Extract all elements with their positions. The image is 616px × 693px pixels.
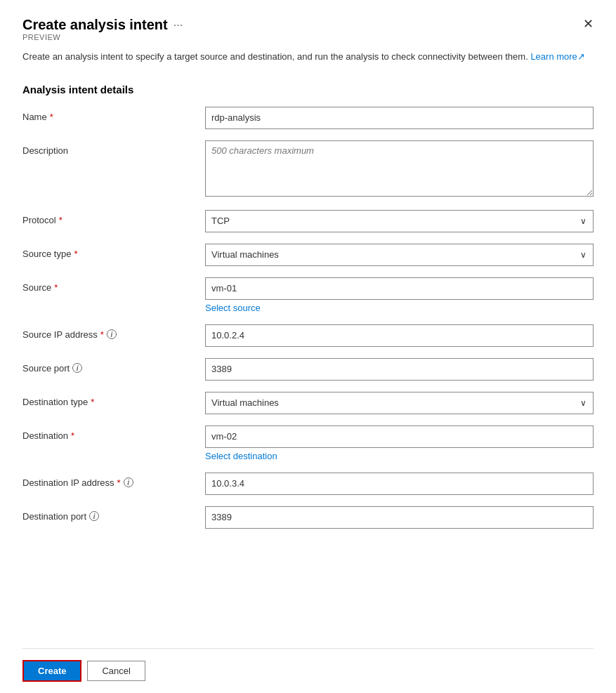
destination-ip-row: Destination IP address * i: [22, 473, 594, 495]
cancel-button[interactable]: Cancel: [87, 661, 145, 681]
source-row: Source * Select source: [22, 277, 594, 313]
close-button[interactable]: ✕: [583, 16, 594, 32]
destination-port-info-icon[interactable]: i: [89, 511, 99, 521]
section-title: Analysis intent details: [22, 84, 594, 95]
destination-ip-label: Destination IP address * i: [22, 473, 205, 488]
more-options-icon[interactable]: ···: [173, 19, 183, 32]
protocol-control: TCP UDP Any ∨: [205, 210, 594, 232]
protocol-label: Protocol *: [22, 210, 205, 225]
protocol-select-wrap: TCP UDP Any ∨: [205, 210, 594, 232]
panel-description: Create an analysis intent to specify a t…: [22, 50, 594, 64]
source-label: Source *: [22, 277, 205, 293]
panel-title: Create analysis intent: [22, 17, 168, 33]
name-input[interactable]: [205, 107, 594, 129]
destination-control: Select destination: [205, 425, 594, 461]
protocol-row: Protocol * TCP UDP Any ∨: [22, 210, 594, 232]
name-row: Name *: [22, 107, 594, 129]
destination-label: Destination *: [22, 425, 205, 441]
destination-type-row: Destination type * Virtual machines IP a…: [22, 392, 594, 414]
protocol-required: *: [59, 215, 63, 225]
source-port-control: [205, 358, 594, 381]
source-type-control: Virtual machines IP address ∨: [205, 244, 594, 266]
footer-bar: Create Cancel: [22, 648, 594, 693]
source-type-required: *: [74, 249, 77, 259]
destination-type-label: Destination type *: [22, 392, 205, 407]
create-button[interactable]: Create: [22, 660, 81, 682]
select-destination-link[interactable]: Select destination: [205, 451, 594, 461]
destination-port-input[interactable]: [205, 506, 594, 529]
source-type-select-wrap: Virtual machines IP address ∨: [205, 244, 594, 266]
source-type-label: Source type *: [22, 244, 205, 259]
destination-ip-required: *: [117, 477, 121, 488]
destination-port-control: [205, 506, 594, 529]
destination-type-control: Virtual machines IP address ∨: [205, 392, 594, 414]
source-type-row: Source type * Virtual machines IP addres…: [22, 244, 594, 266]
panel-header: Create analysis intent ··· ✕: [22, 17, 594, 33]
destination-input[interactable]: [205, 425, 594, 448]
description-control: [205, 140, 594, 199]
protocol-select[interactable]: TCP UDP Any: [205, 210, 594, 232]
create-analysis-panel: Create analysis intent ··· ✕ PREVIEW Cre…: [0, 0, 616, 693]
title-row: Create analysis intent ···: [22, 17, 183, 33]
name-control: [205, 107, 594, 129]
destination-ip-input[interactable]: [205, 473, 594, 495]
destination-type-select-wrap: Virtual machines IP address ∨: [205, 392, 594, 414]
destination-required: *: [71, 430, 74, 441]
destination-port-label: Destination port i: [22, 506, 205, 522]
source-ip-row: Source IP address * i: [22, 324, 594, 347]
source-ip-required: *: [100, 329, 104, 340]
select-source-link[interactable]: Select source: [205, 303, 594, 313]
form-content: Analysis intent details Name * Descripti…: [22, 67, 594, 635]
name-label: Name *: [22, 107, 205, 122]
destination-type-required: *: [91, 397, 94, 407]
destination-row: Destination * Select destination: [22, 425, 594, 461]
name-required: *: [50, 112, 53, 122]
preview-badge: PREVIEW: [22, 33, 594, 41]
destination-ip-info-icon[interactable]: i: [124, 477, 133, 487]
description-row: Description: [22, 140, 594, 199]
source-input[interactable]: [205, 277, 594, 300]
source-ip-input[interactable]: [205, 324, 594, 347]
source-port-input[interactable]: [205, 358, 594, 381]
source-port-info-icon[interactable]: i: [72, 363, 82, 373]
source-ip-info-icon[interactable]: i: [107, 329, 117, 339]
source-type-select[interactable]: Virtual machines IP address: [205, 244, 594, 266]
destination-type-select[interactable]: Virtual machines IP address: [205, 392, 594, 414]
destination-port-row: Destination port i: [22, 506, 594, 529]
source-port-row: Source port i: [22, 358, 594, 381]
description-label: Description: [22, 140, 205, 156]
source-ip-control: [205, 324, 594, 347]
description-textarea[interactable]: [205, 140, 594, 197]
source-control: Select source: [205, 277, 594, 313]
learn-more-link[interactable]: Learn more↗: [530, 51, 584, 62]
source-ip-label: Source IP address * i: [22, 324, 205, 340]
destination-ip-control: [205, 473, 594, 495]
source-port-label: Source port i: [22, 358, 205, 374]
source-required: *: [54, 282, 58, 293]
